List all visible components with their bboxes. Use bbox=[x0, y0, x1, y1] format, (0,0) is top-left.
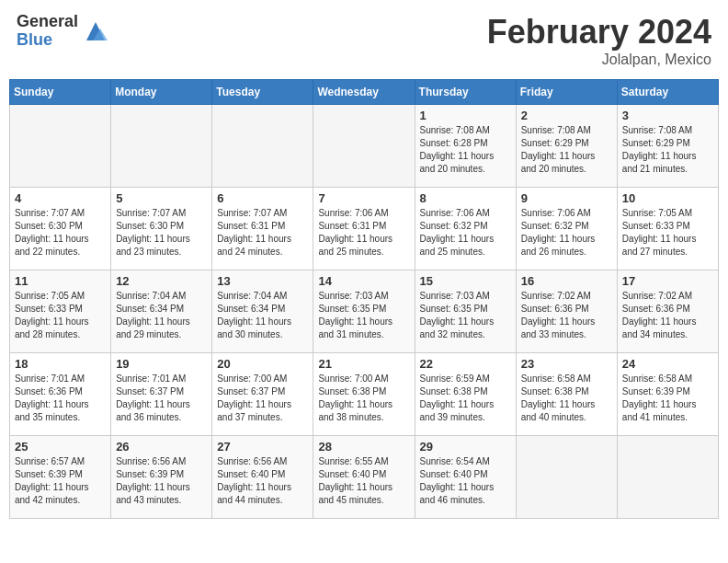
week-row-4: 18Sunrise: 7:01 AM Sunset: 6:36 PM Dayli… bbox=[10, 353, 719, 436]
day-number: 11 bbox=[15, 274, 106, 288]
calendar-cell: 11Sunrise: 7:05 AM Sunset: 6:33 PM Dayli… bbox=[10, 270, 111, 353]
calendar-cell: 3Sunrise: 7:08 AM Sunset: 6:29 PM Daylig… bbox=[617, 105, 718, 188]
day-info: Sunrise: 6:55 AM Sunset: 6:40 PM Dayligh… bbox=[318, 455, 409, 507]
col-header-sunday: Sunday bbox=[10, 80, 111, 105]
day-info: Sunrise: 7:03 AM Sunset: 6:35 PM Dayligh… bbox=[318, 290, 409, 341]
week-row-2: 4Sunrise: 7:07 AM Sunset: 6:30 PM Daylig… bbox=[10, 188, 719, 270]
day-info: Sunrise: 7:07 AM Sunset: 6:31 PM Dayligh… bbox=[217, 207, 308, 259]
day-number: 24 bbox=[622, 357, 713, 371]
calendar-cell: 24Sunrise: 6:58 AM Sunset: 6:39 PM Dayli… bbox=[617, 353, 718, 436]
day-info: Sunrise: 7:02 AM Sunset: 6:36 PM Dayligh… bbox=[622, 290, 713, 341]
day-info: Sunrise: 7:08 AM Sunset: 6:28 PM Dayligh… bbox=[420, 124, 511, 176]
calendar-cell: 1Sunrise: 7:08 AM Sunset: 6:28 PM Daylig… bbox=[415, 105, 516, 188]
title-block: February 2024 Jolalpan, Mexico bbox=[487, 13, 711, 68]
calendar-cell: 6Sunrise: 7:07 AM Sunset: 6:31 PM Daylig… bbox=[212, 188, 313, 270]
calendar-cell: 19Sunrise: 7:01 AM Sunset: 6:37 PM Dayli… bbox=[111, 353, 212, 436]
day-info: Sunrise: 7:08 AM Sunset: 6:29 PM Dayligh… bbox=[521, 124, 612, 176]
day-info: Sunrise: 7:00 AM Sunset: 6:37 PM Dayligh… bbox=[217, 373, 308, 424]
day-number: 14 bbox=[318, 274, 409, 288]
day-number: 10 bbox=[622, 191, 713, 205]
day-number: 20 bbox=[217, 357, 308, 371]
day-info: Sunrise: 7:03 AM Sunset: 6:35 PM Dayligh… bbox=[420, 290, 511, 341]
day-number: 1 bbox=[420, 109, 511, 122]
calendar-cell bbox=[212, 105, 313, 188]
week-row-5: 25Sunrise: 6:57 AM Sunset: 6:39 PM Dayli… bbox=[10, 436, 719, 519]
calendar-cell: 14Sunrise: 7:03 AM Sunset: 6:35 PM Dayli… bbox=[313, 270, 415, 353]
calendar-cell bbox=[10, 105, 111, 188]
day-number: 6 bbox=[217, 191, 308, 205]
logo: General Blue bbox=[17, 13, 109, 50]
calendar-cell: 27Sunrise: 6:56 AM Sunset: 6:40 PM Dayli… bbox=[212, 436, 313, 519]
day-info: Sunrise: 7:01 AM Sunset: 6:36 PM Dayligh… bbox=[15, 373, 106, 424]
logo-general-text: General bbox=[17, 13, 78, 31]
col-header-tuesday: Tuesday bbox=[212, 80, 313, 105]
day-number: 3 bbox=[622, 109, 713, 122]
calendar-cell: 29Sunrise: 6:54 AM Sunset: 6:40 PM Dayli… bbox=[415, 436, 516, 519]
header-row: SundayMondayTuesdayWednesdayThursdayFrid… bbox=[10, 80, 719, 105]
day-info: Sunrise: 7:04 AM Sunset: 6:34 PM Dayligh… bbox=[217, 290, 308, 341]
day-number: 18 bbox=[15, 357, 106, 371]
calendar-cell: 28Sunrise: 6:55 AM Sunset: 6:40 PM Dayli… bbox=[313, 436, 415, 519]
day-number: 23 bbox=[521, 357, 612, 371]
day-info: Sunrise: 7:06 AM Sunset: 6:31 PM Dayligh… bbox=[318, 207, 409, 259]
day-number: 2 bbox=[521, 109, 612, 122]
day-number: 26 bbox=[116, 440, 207, 454]
day-info: Sunrise: 7:07 AM Sunset: 6:30 PM Dayligh… bbox=[15, 207, 106, 259]
col-header-monday: Monday bbox=[111, 80, 212, 105]
calendar-cell: 5Sunrise: 7:07 AM Sunset: 6:30 PM Daylig… bbox=[111, 188, 212, 270]
day-info: Sunrise: 7:06 AM Sunset: 6:32 PM Dayligh… bbox=[420, 207, 511, 259]
day-number: 13 bbox=[217, 274, 308, 288]
col-header-saturday: Saturday bbox=[617, 80, 718, 105]
calendar-cell: 10Sunrise: 7:05 AM Sunset: 6:33 PM Dayli… bbox=[617, 188, 718, 270]
week-row-1: 1Sunrise: 7:08 AM Sunset: 6:28 PM Daylig… bbox=[10, 105, 719, 188]
col-header-friday: Friday bbox=[516, 80, 617, 105]
day-info: Sunrise: 7:06 AM Sunset: 6:32 PM Dayligh… bbox=[521, 207, 612, 259]
calendar-table: SundayMondayTuesdayWednesdayThursdayFrid… bbox=[9, 79, 719, 519]
day-number: 27 bbox=[217, 440, 308, 454]
calendar-cell bbox=[313, 105, 415, 188]
week-row-3: 11Sunrise: 7:05 AM Sunset: 6:33 PM Dayli… bbox=[10, 270, 719, 353]
logo-blue-text: Blue bbox=[17, 31, 78, 50]
calendar-cell: 7Sunrise: 7:06 AM Sunset: 6:31 PM Daylig… bbox=[313, 188, 415, 270]
day-info: Sunrise: 7:05 AM Sunset: 6:33 PM Dayligh… bbox=[15, 290, 106, 341]
calendar-cell bbox=[111, 105, 212, 188]
calendar-cell: 4Sunrise: 7:07 AM Sunset: 6:30 PM Daylig… bbox=[10, 188, 111, 270]
calendar-cell: 16Sunrise: 7:02 AM Sunset: 6:36 PM Dayli… bbox=[516, 270, 617, 353]
logo-icon bbox=[82, 17, 109, 45]
day-info: Sunrise: 7:07 AM Sunset: 6:30 PM Dayligh… bbox=[116, 207, 207, 259]
day-number: 7 bbox=[318, 191, 409, 205]
calendar-header: SundayMondayTuesdayWednesdayThursdayFrid… bbox=[10, 80, 719, 105]
calendar-cell: 21Sunrise: 7:00 AM Sunset: 6:38 PM Dayli… bbox=[313, 353, 415, 436]
day-number: 19 bbox=[116, 357, 207, 371]
calendar-cell: 18Sunrise: 7:01 AM Sunset: 6:36 PM Dayli… bbox=[10, 353, 111, 436]
calendar-cell: 22Sunrise: 6:59 AM Sunset: 6:38 PM Dayli… bbox=[415, 353, 516, 436]
day-number: 28 bbox=[318, 440, 409, 454]
day-info: Sunrise: 7:01 AM Sunset: 6:37 PM Dayligh… bbox=[116, 373, 207, 424]
calendar-cell: 2Sunrise: 7:08 AM Sunset: 6:29 PM Daylig… bbox=[516, 105, 617, 188]
day-number: 17 bbox=[622, 274, 713, 288]
calendar-cell: 12Sunrise: 7:04 AM Sunset: 6:34 PM Dayli… bbox=[111, 270, 212, 353]
calendar-cell: 25Sunrise: 6:57 AM Sunset: 6:39 PM Dayli… bbox=[10, 436, 111, 519]
calendar-cell: 17Sunrise: 7:02 AM Sunset: 6:36 PM Dayli… bbox=[617, 270, 718, 353]
day-info: Sunrise: 6:58 AM Sunset: 6:38 PM Dayligh… bbox=[521, 373, 612, 424]
day-number: 22 bbox=[420, 357, 511, 371]
day-number: 9 bbox=[521, 191, 612, 205]
day-number: 8 bbox=[420, 191, 511, 205]
day-info: Sunrise: 7:05 AM Sunset: 6:33 PM Dayligh… bbox=[622, 207, 713, 259]
day-info: Sunrise: 7:08 AM Sunset: 6:29 PM Dayligh… bbox=[622, 124, 713, 176]
day-number: 5 bbox=[116, 191, 207, 205]
day-info: Sunrise: 7:00 AM Sunset: 6:38 PM Dayligh… bbox=[318, 373, 409, 424]
day-number: 15 bbox=[420, 274, 511, 288]
col-header-wednesday: Wednesday bbox=[313, 80, 415, 105]
day-number: 4 bbox=[15, 191, 106, 205]
calendar-cell: 8Sunrise: 7:06 AM Sunset: 6:32 PM Daylig… bbox=[415, 188, 516, 270]
calendar-body: 1Sunrise: 7:08 AM Sunset: 6:28 PM Daylig… bbox=[10, 105, 719, 519]
day-info: Sunrise: 7:02 AM Sunset: 6:36 PM Dayligh… bbox=[521, 290, 612, 341]
calendar-cell: 13Sunrise: 7:04 AM Sunset: 6:34 PM Dayli… bbox=[212, 270, 313, 353]
day-info: Sunrise: 6:58 AM Sunset: 6:39 PM Dayligh… bbox=[622, 373, 713, 424]
month-year-title: February 2024 bbox=[487, 13, 711, 52]
day-number: 12 bbox=[116, 274, 207, 288]
location-subtitle: Jolalpan, Mexico bbox=[487, 52, 711, 68]
calendar-cell bbox=[617, 436, 718, 519]
day-number: 25 bbox=[15, 440, 106, 454]
